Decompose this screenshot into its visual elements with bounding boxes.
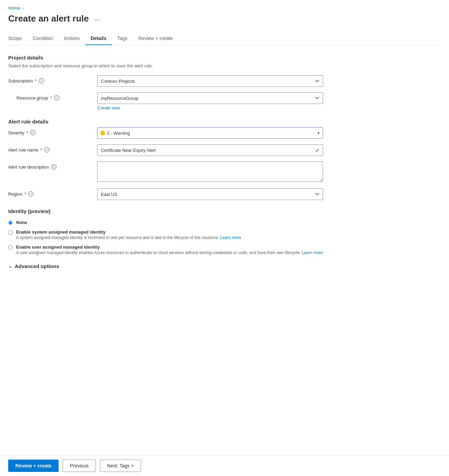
subscription-label-col: Subscription * ⓘ	[8, 75, 97, 83]
resource-group-label-col: Resource group * ⓘ	[8, 92, 97, 101]
advanced-options-toggle[interactable]: ⌄ Advanced options	[8, 263, 441, 269]
alert-rule-name-required: *	[40, 147, 42, 153]
region-row: Region * ⓘ East US	[8, 188, 441, 200]
next-tags-button[interactable]: Next: Tags >	[100, 460, 141, 472]
severity-required: *	[26, 130, 28, 135]
subscription-label: Subscription	[8, 78, 33, 83]
severity-wrapper: 2 - Warning 0 - Critical 1 - Error 3 - I…	[97, 127, 323, 139]
alert-rule-name-control: ✓	[97, 144, 441, 156]
project-details-title: Project details	[8, 55, 441, 61]
tab-scope[interactable]: Scope	[8, 32, 27, 45]
alert-rule-description-control	[97, 161, 441, 183]
identity-user-label-wrapper: Enable user assigned managed identity A …	[16, 244, 323, 255]
region-select[interactable]: East US	[97, 188, 323, 200]
resource-group-required: *	[50, 95, 52, 101]
identity-system-assigned-option: Enable system assigned managed identity …	[8, 229, 441, 240]
region-label-col: Region * ⓘ	[8, 188, 97, 197]
resource-group-select[interactable]: myResourceGroup	[97, 92, 323, 104]
identity-user-description: A user assigned managed identity enables…	[16, 250, 323, 255]
identity-user-radio[interactable]	[8, 245, 13, 250]
identity-system-label-wrapper: Enable system assigned managed identity …	[16, 229, 241, 240]
resource-group-info-icon[interactable]: ⓘ	[54, 95, 60, 101]
region-control: East US	[97, 188, 441, 200]
identity-none-label-wrapper: None	[16, 220, 27, 225]
identity-none-radio[interactable]	[8, 221, 13, 225]
identity-system-label[interactable]: Enable system assigned managed identity	[16, 229, 106, 235]
review-create-button[interactable]: Review + create	[8, 460, 59, 472]
subscription-required: *	[35, 78, 37, 83]
breadcrumb-separator: ›	[22, 6, 24, 10]
resource-group-label: Resource group	[16, 95, 48, 101]
subscription-select[interactable]: Contoso Projects	[97, 75, 323, 87]
severity-label: Severity	[8, 130, 24, 135]
alert-rule-description-info-icon[interactable]: ⓘ	[51, 164, 56, 170]
severity-select[interactable]: 2 - Warning 0 - Critical 1 - Error 3 - I…	[97, 127, 323, 139]
identity-section: Identity (preview) None Enable system as…	[8, 208, 441, 255]
advanced-options-label: Advanced options	[15, 263, 59, 269]
alert-rule-name-label-col: Alert rule name * ⓘ	[8, 144, 97, 153]
alert-rule-name-input-wrapper: ✓	[97, 144, 323, 156]
alert-rule-details-title: Alert rule details	[8, 119, 441, 124]
alert-rule-name-info-icon[interactable]: ⓘ	[44, 147, 50, 153]
project-details-description: Select the subscription and resource gro…	[8, 63, 441, 68]
project-details-section: Project details Select the subscription …	[8, 55, 441, 110]
severity-row: Severity * ⓘ 2 - Warning 0 - Critical 1 …	[8, 127, 441, 139]
region-label: Region	[8, 191, 22, 197]
subscription-row: Subscription * ⓘ Contoso Projects	[8, 75, 441, 87]
advanced-options-chevron-icon: ⌄	[8, 264, 12, 269]
alert-rule-details-section: Alert rule details Severity * ⓘ 2 - Warn…	[8, 119, 441, 200]
region-info-icon[interactable]: ⓘ	[28, 191, 34, 197]
page-title: Create an alert rule	[8, 13, 89, 24]
identity-title: Identity (preview)	[8, 208, 441, 214]
create-new-link[interactable]: Create new	[97, 105, 120, 110]
identity-system-radio[interactable]	[8, 230, 13, 235]
tabs-nav: Scope Condition Actions Details Tags Rev…	[8, 32, 441, 45]
tab-actions[interactable]: Actions	[59, 32, 85, 45]
alert-rule-name-input[interactable]	[97, 144, 323, 156]
resource-group-control: myResourceGroup Create new	[97, 92, 441, 110]
breadcrumb: Home ›	[8, 5, 441, 11]
tab-details[interactable]: Details	[85, 32, 112, 45]
identity-none-label[interactable]: None	[16, 220, 27, 225]
alert-rule-description-label: Alert rule description	[8, 164, 49, 170]
resource-group-row: Resource group * ⓘ myResourceGroup Creat…	[8, 92, 441, 110]
tab-condition[interactable]: Condition	[27, 32, 59, 45]
ellipsis-button[interactable]: ...	[92, 14, 102, 23]
identity-system-learn-more-link[interactable]: Learn more	[220, 235, 241, 240]
alert-rule-name-row: Alert rule name * ⓘ ✓	[8, 144, 441, 156]
tab-tags[interactable]: Tags	[112, 32, 133, 45]
identity-user-label[interactable]: Enable user assigned managed identity	[16, 244, 100, 250]
tab-review-create[interactable]: Review + create	[133, 32, 178, 45]
alert-rule-description-row: Alert rule description ⓘ	[8, 161, 441, 183]
subscription-info-icon[interactable]: ⓘ	[39, 78, 44, 83]
severity-info-icon[interactable]: ⓘ	[30, 130, 36, 135]
identity-none-option: None	[8, 220, 441, 225]
breadcrumb-home-link[interactable]: Home	[8, 5, 20, 11]
previous-button[interactable]: Previous	[63, 460, 95, 472]
identity-user-assigned-option: Enable user assigned managed identity A …	[8, 244, 441, 255]
subscription-control: Contoso Projects	[97, 75, 441, 87]
alert-rule-name-label: Alert rule name	[8, 147, 38, 153]
page-title-row: Create an alert rule ...	[8, 13, 441, 24]
identity-user-learn-more-link[interactable]: Learn more	[302, 250, 323, 255]
severity-label-col: Severity * ⓘ	[8, 127, 97, 135]
identity-system-description: A system assigned managed identity is re…	[16, 235, 241, 240]
region-required: *	[24, 191, 26, 197]
severity-control: 2 - Warning 0 - Critical 1 - Error 3 - I…	[97, 127, 441, 139]
alert-rule-description-textarea[interactable]	[97, 161, 323, 182]
alert-rule-description-label-col: Alert rule description ⓘ	[8, 161, 97, 170]
footer: Review + create Previous Next: Tags >	[0, 455, 449, 476]
